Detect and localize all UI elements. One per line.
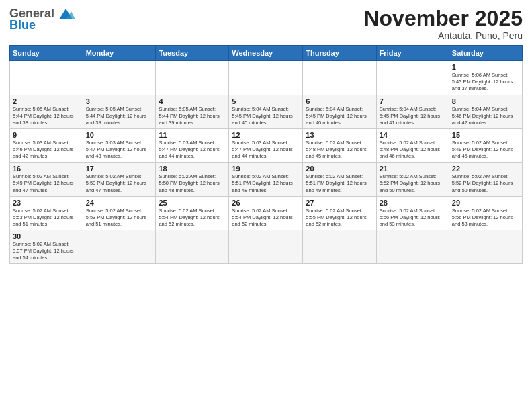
month-title: November 2025 bbox=[363, 7, 523, 30]
day-content: Sunrise: 5:02 AM Sunset: 5:52 PM Dayligh… bbox=[380, 173, 446, 193]
day-content: Sunrise: 5:03 AM Sunset: 5:46 PM Dayligh… bbox=[13, 140, 80, 160]
calendar-cell: 9Sunrise: 5:03 AM Sunset: 5:46 PM Daylig… bbox=[10, 128, 83, 162]
calendar-cell: 30Sunrise: 5:02 AM Sunset: 5:57 PM Dayli… bbox=[10, 230, 83, 264]
day-number: 2 bbox=[13, 97, 80, 105]
weekday-header-row: SundayMondayTuesdayWednesdayThursdayFrid… bbox=[10, 46, 523, 61]
day-content: Sunrise: 5:02 AM Sunset: 5:48 PM Dayligh… bbox=[380, 140, 446, 160]
calendar-cell bbox=[83, 230, 156, 264]
calendar-cell: 20Sunrise: 5:02 AM Sunset: 5:51 PM Dayli… bbox=[303, 163, 376, 196]
day-content: Sunrise: 5:02 AM Sunset: 5:50 PM Dayligh… bbox=[159, 173, 226, 193]
day-number: 24 bbox=[86, 199, 153, 207]
title-area: November 2025 Antauta, Puno, Peru bbox=[363, 7, 523, 41]
calendar-cell: 1Sunrise: 5:06 AM Sunset: 5:43 PM Daylig… bbox=[449, 61, 522, 95]
weekday-header-monday: Monday bbox=[83, 46, 156, 61]
day-number: 5 bbox=[232, 97, 300, 105]
calendar-table: SundayMondayTuesdayWednesdayThursdayFrid… bbox=[9, 45, 523, 264]
calendar-cell: 14Sunrise: 5:02 AM Sunset: 5:48 PM Dayli… bbox=[376, 128, 449, 162]
weekday-header-thursday: Thursday bbox=[303, 46, 376, 61]
day-number: 20 bbox=[306, 165, 373, 173]
day-content: Sunrise: 5:02 AM Sunset: 5:53 PM Dayligh… bbox=[86, 208, 153, 228]
day-content: Sunrise: 5:04 AM Sunset: 5:45 PM Dayligh… bbox=[380, 106, 446, 126]
day-number: 29 bbox=[452, 199, 519, 207]
day-content: Sunrise: 5:03 AM Sunset: 5:47 PM Dayligh… bbox=[159, 140, 226, 160]
calendar-cell bbox=[10, 61, 83, 95]
day-number: 11 bbox=[159, 131, 226, 139]
day-number: 18 bbox=[159, 165, 226, 173]
calendar-cell: 24Sunrise: 5:02 AM Sunset: 5:53 PM Dayli… bbox=[83, 196, 156, 230]
day-content: Sunrise: 5:02 AM Sunset: 5:56 PM Dayligh… bbox=[452, 208, 519, 228]
day-content: Sunrise: 5:02 AM Sunset: 5:51 PM Dayligh… bbox=[232, 173, 300, 193]
day-number: 19 bbox=[232, 165, 300, 173]
calendar-week-row: 2Sunrise: 5:05 AM Sunset: 5:44 PM Daylig… bbox=[10, 95, 523, 128]
day-content: Sunrise: 5:04 AM Sunset: 5:46 PM Dayligh… bbox=[452, 106, 519, 126]
day-content: Sunrise: 5:02 AM Sunset: 5:49 PM Dayligh… bbox=[452, 140, 519, 160]
calendar-cell: 19Sunrise: 5:02 AM Sunset: 5:51 PM Dayli… bbox=[229, 163, 303, 196]
calendar-cell: 28Sunrise: 5:02 AM Sunset: 5:56 PM Dayli… bbox=[376, 196, 449, 230]
day-content: Sunrise: 5:02 AM Sunset: 5:54 PM Dayligh… bbox=[232, 208, 300, 228]
calendar-cell: 8Sunrise: 5:04 AM Sunset: 5:46 PM Daylig… bbox=[449, 95, 522, 128]
day-number: 22 bbox=[452, 165, 519, 173]
calendar-cell: 16Sunrise: 5:02 AM Sunset: 5:49 PM Dayli… bbox=[10, 163, 83, 196]
calendar-cell bbox=[376, 61, 449, 95]
weekday-header-friday: Friday bbox=[376, 46, 449, 61]
day-content: Sunrise: 5:02 AM Sunset: 5:55 PM Dayligh… bbox=[306, 208, 373, 228]
day-number: 6 bbox=[306, 97, 373, 105]
calendar-cell: 6Sunrise: 5:04 AM Sunset: 5:45 PM Daylig… bbox=[303, 95, 376, 128]
logo-blue-text: Blue bbox=[9, 18, 36, 32]
calendar-cell bbox=[303, 61, 376, 95]
day-number: 14 bbox=[380, 131, 446, 139]
day-content: Sunrise: 5:02 AM Sunset: 5:49 PM Dayligh… bbox=[13, 173, 80, 193]
day-number: 8 bbox=[452, 97, 519, 105]
logo: General Blue bbox=[9, 7, 75, 32]
calendar-cell: 22Sunrise: 5:02 AM Sunset: 5:52 PM Dayli… bbox=[449, 163, 522, 196]
day-number: 1 bbox=[452, 63, 519, 71]
day-number: 4 bbox=[159, 97, 226, 105]
day-content: Sunrise: 5:05 AM Sunset: 5:44 PM Dayligh… bbox=[86, 106, 153, 126]
calendar-cell: 10Sunrise: 5:03 AM Sunset: 5:47 PM Dayli… bbox=[83, 128, 156, 162]
calendar-week-row: 16Sunrise: 5:02 AM Sunset: 5:49 PM Dayli… bbox=[10, 163, 523, 196]
day-number: 25 bbox=[159, 199, 226, 207]
day-number: 30 bbox=[13, 232, 80, 240]
calendar-cell: 12Sunrise: 5:03 AM Sunset: 5:47 PM Dayli… bbox=[229, 128, 303, 162]
calendar-cell: 21Sunrise: 5:02 AM Sunset: 5:52 PM Dayli… bbox=[376, 163, 449, 196]
day-number: 3 bbox=[86, 97, 153, 105]
calendar-cell: 3Sunrise: 5:05 AM Sunset: 5:44 PM Daylig… bbox=[83, 95, 156, 128]
calendar-cell: 18Sunrise: 5:02 AM Sunset: 5:50 PM Dayli… bbox=[156, 163, 229, 196]
day-content: Sunrise: 5:02 AM Sunset: 5:57 PM Dayligh… bbox=[13, 241, 80, 261]
calendar-cell: 27Sunrise: 5:02 AM Sunset: 5:55 PM Dayli… bbox=[303, 196, 376, 230]
calendar-cell: 2Sunrise: 5:05 AM Sunset: 5:44 PM Daylig… bbox=[10, 95, 83, 128]
logo-icon bbox=[56, 7, 75, 21]
day-number: 27 bbox=[306, 199, 373, 207]
day-content: Sunrise: 5:05 AM Sunset: 5:44 PM Dayligh… bbox=[13, 106, 80, 126]
calendar-cell bbox=[156, 230, 229, 264]
day-number: 12 bbox=[232, 131, 300, 139]
calendar-cell bbox=[229, 61, 303, 95]
day-content: Sunrise: 5:03 AM Sunset: 5:47 PM Dayligh… bbox=[86, 140, 153, 160]
day-content: Sunrise: 5:04 AM Sunset: 5:45 PM Dayligh… bbox=[232, 106, 300, 126]
calendar-cell: 4Sunrise: 5:05 AM Sunset: 5:44 PM Daylig… bbox=[156, 95, 229, 128]
day-content: Sunrise: 5:06 AM Sunset: 5:43 PM Dayligh… bbox=[452, 72, 519, 92]
calendar-cell: 13Sunrise: 5:02 AM Sunset: 5:48 PM Dayli… bbox=[303, 128, 376, 162]
day-number: 28 bbox=[380, 199, 446, 207]
day-content: Sunrise: 5:02 AM Sunset: 5:53 PM Dayligh… bbox=[13, 208, 80, 228]
day-content: Sunrise: 5:03 AM Sunset: 5:47 PM Dayligh… bbox=[232, 140, 300, 160]
calendar-cell: 7Sunrise: 5:04 AM Sunset: 5:45 PM Daylig… bbox=[376, 95, 449, 128]
calendar-week-row: 30Sunrise: 5:02 AM Sunset: 5:57 PM Dayli… bbox=[10, 230, 523, 264]
calendar-page: General Blue November 2025 Antauta, Puno… bbox=[0, 0, 532, 411]
day-content: Sunrise: 5:02 AM Sunset: 5:56 PM Dayligh… bbox=[380, 208, 446, 228]
day-number: 9 bbox=[13, 131, 80, 139]
day-number: 17 bbox=[86, 165, 153, 173]
day-number: 7 bbox=[380, 97, 446, 105]
calendar-cell bbox=[229, 230, 303, 264]
calendar-cell bbox=[156, 61, 229, 95]
calendar-cell: 5Sunrise: 5:04 AM Sunset: 5:45 PM Daylig… bbox=[229, 95, 303, 128]
day-content: Sunrise: 5:02 AM Sunset: 5:51 PM Dayligh… bbox=[306, 173, 373, 193]
calendar-week-row: 23Sunrise: 5:02 AM Sunset: 5:53 PM Dayli… bbox=[10, 196, 523, 230]
day-content: Sunrise: 5:04 AM Sunset: 5:45 PM Dayligh… bbox=[306, 106, 373, 126]
calendar-cell bbox=[449, 230, 522, 264]
day-number: 13 bbox=[306, 131, 373, 139]
day-content: Sunrise: 5:02 AM Sunset: 5:50 PM Dayligh… bbox=[86, 173, 153, 193]
calendar-cell: 23Sunrise: 5:02 AM Sunset: 5:53 PM Dayli… bbox=[10, 196, 83, 230]
day-content: Sunrise: 5:02 AM Sunset: 5:54 PM Dayligh… bbox=[159, 208, 226, 228]
header: General Blue November 2025 Antauta, Puno… bbox=[9, 7, 523, 41]
